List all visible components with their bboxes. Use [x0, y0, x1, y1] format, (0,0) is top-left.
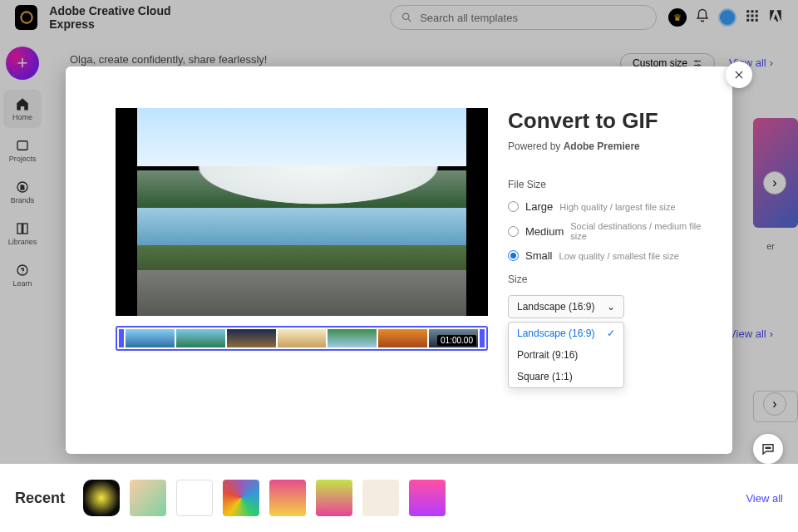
filmstrip-thumb	[176, 329, 225, 347]
size-dropdown: Landscape (16:9) ✓ Portrait (9:16) Squar…	[508, 322, 624, 388]
radio-icon	[508, 226, 519, 237]
trim-handle-end[interactable]	[480, 329, 485, 347]
size-label: Size	[508, 273, 702, 285]
preview-frame	[137, 108, 466, 316]
option-label: Landscape (16:9)	[517, 328, 594, 339]
radio-icon	[508, 201, 519, 212]
modal-title: Convert to GIF	[508, 108, 702, 134]
recent-view-all-link[interactable]: View all	[746, 492, 783, 505]
option-label: Portrait (9:16)	[517, 349, 578, 361]
filmstrip-thumb	[328, 329, 377, 347]
option-label: Square (1:1)	[517, 371, 573, 382]
svg-point-28	[770, 447, 771, 449]
recent-footer: Recent View all	[0, 464, 798, 532]
filmstrip-thumb	[126, 329, 175, 347]
video-preview	[116, 108, 488, 316]
svg-point-26	[766, 447, 767, 449]
filesize-option-large[interactable]: Large High quality / largest file size	[508, 200, 702, 213]
recent-item[interactable]	[316, 480, 352, 516]
recent-item[interactable]	[223, 480, 259, 516]
chevron-down-icon: ⌄	[607, 301, 615, 313]
size-option-square[interactable]: Square (1:1)	[509, 366, 623, 387]
radio-icon	[508, 250, 519, 261]
option-label: Small	[525, 249, 553, 262]
filesize-option-medium[interactable]: Medium Social destinations / medium file…	[508, 221, 702, 241]
option-sublabel: High quality / largest file size	[559, 202, 675, 212]
trim-filmstrip[interactable]: 01:00.00	[116, 326, 488, 351]
trim-handle-start[interactable]	[119, 329, 124, 347]
file-size-label: File Size	[508, 179, 702, 190]
select-value: Landscape (16:9)	[517, 301, 594, 313]
recent-item[interactable]	[83, 480, 120, 516]
recent-title: Recent	[15, 490, 65, 507]
option-label: Large	[525, 200, 553, 213]
check-icon: ✓	[607, 328, 615, 339]
filmstrip-thumb	[278, 329, 327, 347]
size-option-landscape[interactable]: Landscape (16:9) ✓	[509, 323, 623, 344]
recent-item[interactable]	[176, 480, 213, 516]
filmstrip-thumb	[378, 329, 427, 347]
close-button[interactable]	[726, 62, 752, 88]
powered-by: Powered by Adobe Premiere	[508, 140, 702, 152]
size-select[interactable]: Landscape (16:9) ⌄	[508, 295, 624, 318]
timecode: 01:00.00	[437, 335, 476, 346]
recent-item[interactable]	[409, 480, 446, 516]
option-sublabel: Social destinations / medium file size	[570, 221, 702, 241]
option-label: Medium	[525, 225, 564, 238]
option-sublabel: Low quality / smallest file size	[559, 251, 679, 261]
help-chat-button[interactable]	[753, 434, 783, 464]
filesize-option-small[interactable]: Small Low quality / smallest file size	[508, 249, 702, 262]
filmstrip-thumb	[227, 329, 276, 347]
recent-item[interactable]	[269, 480, 306, 516]
close-icon	[733, 69, 745, 81]
recent-item[interactable]	[130, 480, 166, 516]
recent-item[interactable]	[362, 480, 399, 516]
chat-icon	[761, 441, 776, 456]
svg-point-27	[767, 447, 769, 449]
size-option-portrait[interactable]: Portrait (9:16)	[509, 344, 623, 366]
convert-to-gif-modal: 01:00.00 Convert to GIF Powered by Adobe…	[66, 66, 732, 454]
